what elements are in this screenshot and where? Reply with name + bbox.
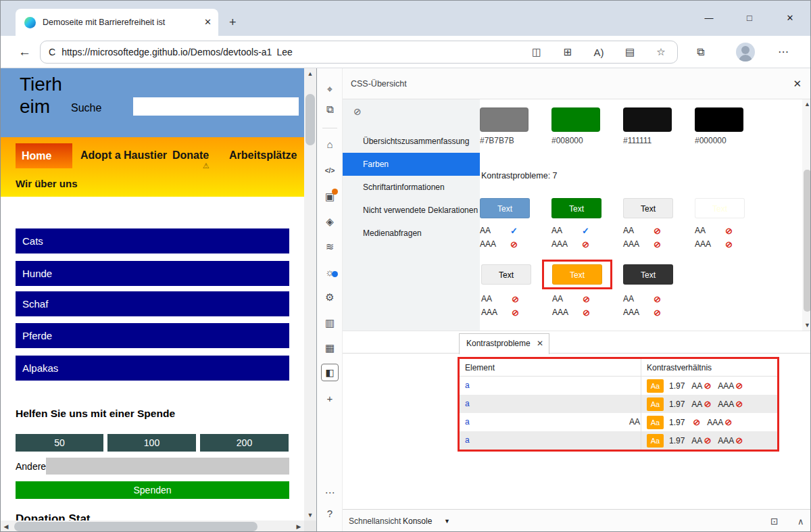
console-tab[interactable]: Konsole [403, 510, 432, 532]
inspect-icon[interactable]: ⌖ [317, 80, 343, 99]
new-tab-button[interactable]: + [229, 9, 237, 36]
debugger-icon[interactable]: ◈ [317, 212, 343, 231]
scroll-down-icon[interactable]: ▼ [802, 320, 811, 331]
favorites-star-icon[interactable]: ☆ [653, 46, 669, 58]
apps-grid-icon[interactable]: ⊞ [560, 46, 576, 58]
scrollbar-thumb[interactable] [305, 94, 315, 145]
home-icon[interactable]: ⌂ [317, 135, 343, 154]
donation-heading: Helfen Sie uns mit einer Spende [16, 408, 175, 420]
read-aloud-icon[interactable]: A) [591, 47, 607, 58]
network-icon[interactable]: ≋ [317, 237, 343, 256]
column-contrast-ratio[interactable]: Kontrastverhältnis [641, 359, 777, 376]
sidebar-item-font-info[interactable]: Schriftartinformationen [343, 176, 480, 199]
scroll-left-icon[interactable]: ◀ [1, 521, 11, 532]
contrast-sample-button[interactable]: Text [551, 198, 601, 218]
add-tool-icon[interactable]: + [317, 389, 343, 408]
nav-item-donate[interactable]: Donate [172, 149, 209, 162]
category-button-alpakas[interactable]: Alpakas [16, 356, 289, 381]
block-icon: ⊘ [693, 417, 700, 427]
color-swatch[interactable] [480, 107, 529, 132]
minimize-button[interactable]: — [694, 1, 724, 36]
category-button-pferde[interactable]: Pferde [16, 323, 289, 348]
amount-button-200[interactable]: 200 [200, 434, 289, 452]
nav-item-jobs[interactable]: Arbeitsplätze [229, 149, 297, 162]
tab-contrast-issues[interactable]: Kontrastprobleme ✕ [459, 333, 549, 354]
browser-tab[interactable]: Demoseite mit Barrierefreiheit ist ✕ [16, 9, 218, 36]
amount-button-100[interactable]: 100 [107, 434, 196, 452]
settings-gear-icon[interactable]: ⚙ [317, 288, 343, 307]
maximize-button[interactable]: □ [735, 1, 764, 36]
scroll-down-icon[interactable]: ▼ [304, 510, 316, 521]
table-row[interactable]: a AA Aa 1.97 ⊘ AAA ⊘ [460, 413, 777, 431]
performance-icon[interactable]: ☼ [317, 263, 343, 282]
devtools-topbar: CSS-Übersicht ✕ [343, 68, 811, 99]
contrast-issue-card-highlighted: Text AA⊘ AAA⊘ [552, 264, 604, 320]
category-button-schaf[interactable]: Schaf [16, 291, 289, 316]
avatar-head [741, 46, 749, 54]
element-link[interactable]: a [465, 417, 470, 427]
table-row[interactable]: a Aa 1.97 AA ⊘ AAA ⊘ [460, 377, 777, 395]
clear-overview-icon[interactable]: ⊘ [353, 106, 362, 117]
nav-item-home[interactable]: Home [16, 143, 72, 168]
sidebar-item-media-queries[interactable]: Medienabfragen [343, 222, 480, 245]
table-row[interactable]: a Aa 1.97 AA ⊘ AAA ⊘ [460, 431, 777, 450]
contrast-sample-button[interactable]: Text [695, 198, 745, 218]
category-button-cats[interactable]: Cats [16, 228, 289, 253]
nav-item-adopt[interactable]: Adopt a Haustier [80, 149, 167, 162]
element-link[interactable]: a [465, 399, 470, 408]
expand-pane-icon[interactable]: ∧ [797, 510, 804, 532]
nav-item-about[interactable]: Wir über uns [16, 178, 78, 189]
collections-icon[interactable]: ⧉ [697, 36, 704, 68]
contrast-sample-button[interactable]: Text [623, 264, 673, 285]
block-icon: ⊘ [725, 226, 733, 236]
donate-button[interactable]: Spenden [16, 481, 289, 499]
site-title-line1: Tierh [20, 73, 62, 95]
more-tools-icon[interactable]: ⋯ [317, 483, 343, 502]
dropdown-icon[interactable]: ▼ [444, 510, 450, 532]
contrast-sample-button[interactable]: Text [552, 264, 602, 285]
sources-icon[interactable]: </> [317, 162, 343, 180]
contrast-sample-button[interactable]: Text [480, 198, 530, 218]
aa-label: AA [481, 294, 492, 304]
tab-close-icon[interactable]: ✕ [537, 334, 543, 354]
layout-icon[interactable]: ▦ [317, 339, 343, 358]
aaa-label: AAA [480, 239, 496, 249]
device-toolbar-icon[interactable]: ⧉ [317, 100, 343, 119]
devtools-close-icon[interactable]: ✕ [793, 68, 802, 99]
contrast-sample-button[interactable]: Text [481, 264, 531, 285]
scrollbar-thumb[interactable] [14, 522, 257, 531]
other-amount-input[interactable] [46, 458, 289, 475]
category-button-hunde[interactable]: Hunde [16, 261, 289, 286]
search-input[interactable] [133, 97, 299, 116]
dock-side-icon[interactable]: ⊡ [770, 510, 779, 532]
help-icon[interactable]: ? [317, 504, 343, 523]
window-close-button[interactable]: ✕ [775, 1, 805, 36]
table-row[interactable]: a Aa 1.97 AA ⊘ AAA ⊘ [460, 395, 777, 413]
browser-menu-icon[interactable]: ⋯ [778, 36, 789, 68]
profile-avatar[interactable] [736, 43, 755, 62]
url-box[interactable]: C https://microsoftedge.github.io/Demos/… [40, 41, 678, 64]
amount-button-50[interactable]: 50 [16, 434, 103, 452]
sidebar-item-unused-declarations[interactable]: Nicht verwendete Deklarationen [343, 199, 480, 222]
scrollbar-thumb[interactable] [804, 170, 811, 312]
application-icon[interactable]: ▥ [317, 314, 343, 333]
column-element[interactable]: Element [460, 359, 641, 376]
sidebar-item-overview-summary[interactable]: Übersichtszusammenfassung [343, 130, 480, 153]
split-screen-icon[interactable]: ◫ [529, 46, 545, 58]
css-overview-icon[interactable]: ◧ [321, 364, 339, 381]
color-swatch[interactable] [695, 107, 743, 132]
color-swatch[interactable] [551, 107, 600, 132]
back-icon[interactable]: ← [18, 36, 31, 68]
element-link[interactable]: a [465, 435, 470, 445]
scroll-right-icon[interactable]: ▶ [293, 521, 304, 532]
immersive-reader-icon[interactable]: ▤ [622, 46, 638, 58]
color-swatch[interactable] [623, 107, 672, 132]
tab-close-icon[interactable]: ✕ [204, 9, 212, 36]
sidebar-item-colors[interactable]: Farben [343, 153, 480, 176]
contrast-sample-button[interactable]: Text [623, 198, 673, 218]
scroll-up-icon[interactable]: ▲ [304, 68, 316, 79]
issues-icon[interactable]: ▣ [317, 187, 343, 206]
reload-icon[interactable]: C [49, 47, 55, 57]
scroll-up-icon[interactable]: ▲ [802, 99, 811, 109]
element-link[interactable]: a [465, 381, 470, 390]
